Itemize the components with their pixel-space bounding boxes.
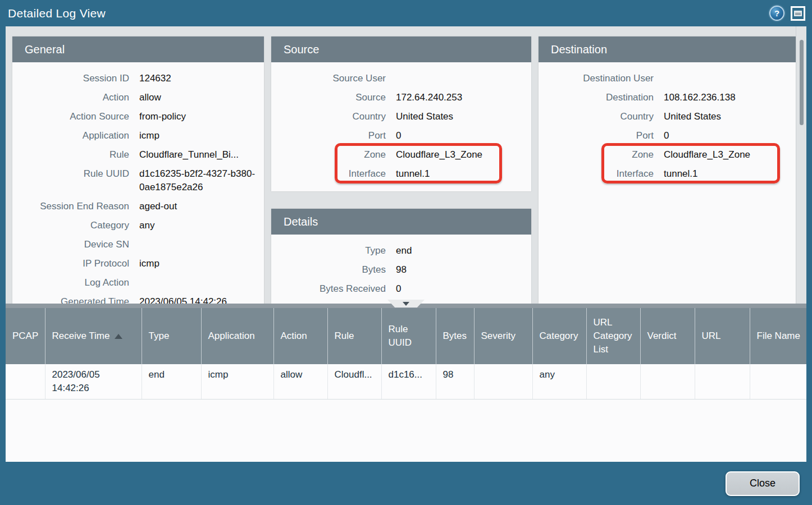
field-label: Bytes	[271, 263, 386, 277]
field-value: 0	[396, 129, 531, 143]
field-row-type: Typeend	[271, 241, 531, 260]
column-header-pcap[interactable]: PCAP	[6, 308, 45, 364]
details-fields: TypeendBytes98Bytes Received0	[271, 235, 531, 299]
dialog-footer: Close	[0, 462, 812, 505]
field-value	[139, 238, 264, 251]
field-label: Port	[539, 129, 654, 143]
log-table: PCAPReceive TimeTypeApplicationActionRul…	[6, 308, 806, 400]
field-value: 108.162.236.138	[664, 91, 796, 104]
vertical-scrollbar-track[interactable]	[796, 26, 806, 304]
table-cell-pcap	[6, 364, 45, 400]
field-value: end	[396, 244, 531, 258]
panel-splitter[interactable]	[6, 304, 806, 308]
field-label: Generated Time	[12, 295, 129, 304]
column-header-verdict[interactable]: Verdict	[640, 308, 695, 364]
field-label: Interface	[539, 167, 654, 181]
column-header-receive-time[interactable]: Receive Time	[45, 308, 142, 364]
table-body: 2023/06/05 14:42:26endicmpallowCloudfl..…	[6, 364, 806, 400]
table-cell-application: icmp	[201, 364, 273, 400]
field-row-port: Port0	[539, 126, 796, 145]
field-value: tunnel.1	[396, 167, 531, 181]
restore-inner-rect	[794, 11, 802, 16]
field-label: Action	[12, 91, 129, 104]
field-value: 2023/06/05 14:42:26	[139, 295, 264, 304]
field-label: Session End Reason	[12, 200, 129, 213]
field-value: 0	[664, 129, 796, 143]
source-fields: Source UserSource172.64.240.253CountryUn…	[271, 62, 531, 183]
source-panel: Source Source UserSource172.64.240.253Co…	[271, 36, 531, 191]
destination-panel-header: Destination	[539, 36, 796, 62]
field-value: United States	[396, 110, 531, 123]
field-value: 0	[396, 282, 531, 296]
field-row-action: Actionallow	[12, 88, 264, 107]
column-header-file-name[interactable]: File Name	[750, 308, 806, 364]
restore-window-icon[interactable]	[791, 6, 805, 21]
field-label: Destination User	[539, 72, 654, 85]
field-value: icmp	[139, 257, 264, 270]
column-header-rule[interactable]: Rule	[327, 308, 381, 364]
column-header-label: Type	[149, 330, 170, 341]
field-label: Session ID	[12, 72, 129, 85]
field-row-bytes-received: Bytes Received0	[271, 279, 531, 299]
field-row-session-id: Session ID124632	[12, 69, 264, 88]
detailed-log-view-dialog: Detailed Log View ? General Session ID12…	[0, 0, 812, 505]
field-row-country: CountryUnited States	[539, 107, 796, 126]
column-header-label: PCAP	[12, 330, 38, 341]
column-header-type[interactable]: Type	[142, 308, 201, 364]
field-label: Zone	[539, 148, 654, 162]
field-label: Interface	[271, 167, 386, 181]
column-header-url[interactable]: URL	[695, 308, 750, 364]
table-cell-receive-time: 2023/06/05 14:42:26	[45, 364, 142, 400]
field-label: Category	[12, 219, 129, 232]
table-cell-url-category-list	[586, 364, 640, 400]
table-cell-bytes: 98	[436, 364, 474, 400]
field-label: Destination	[539, 91, 654, 104]
column-header-label: Severity	[481, 330, 516, 341]
field-row-zone: ZoneCloudflare_L3_Zone	[271, 145, 531, 164]
column-header-bytes[interactable]: Bytes	[436, 308, 474, 364]
help-icon[interactable]: ?	[769, 6, 784, 21]
general-panel-header: General	[12, 36, 264, 62]
column-header-category[interactable]: Category	[532, 308, 586, 364]
field-row-port: Port0	[271, 126, 531, 145]
field-label: Log Action	[12, 276, 129, 290]
column-header-label: Rule UUID	[389, 324, 412, 348]
field-value: d1c16235-b2f2-4327-b380-0ae1875e2a26	[139, 167, 264, 194]
field-value: United States	[664, 110, 796, 123]
column-header-url-category-list[interactable]: URL Category List	[586, 308, 640, 364]
field-label: Application	[12, 129, 129, 143]
field-label: Country	[271, 110, 386, 123]
column-header-severity[interactable]: Severity	[474, 308, 532, 364]
field-row-interface: Interfacetunnel.1	[539, 164, 796, 183]
table-row[interactable]: 2023/06/05 14:42:26endicmpallowCloudfl..…	[6, 364, 806, 400]
field-label: Rule UUID	[12, 167, 129, 194]
field-label: Source User	[271, 72, 386, 85]
collapse-handle[interactable]	[387, 300, 425, 307]
table-cell-severity	[474, 364, 532, 400]
vertical-scrollbar-thumb[interactable]	[800, 40, 804, 125]
field-value: any	[139, 219, 264, 232]
field-row-source-user: Source User	[271, 69, 531, 88]
sort-ascending-icon	[115, 334, 122, 339]
table-cell-action: allow	[273, 364, 327, 400]
field-label: Type	[271, 244, 386, 258]
field-label: Country	[539, 110, 654, 123]
field-label: Port	[271, 129, 386, 143]
details-panel: Details TypeendBytes98Bytes Received0	[271, 209, 531, 304]
table-cell-type: end	[142, 364, 201, 400]
field-value: from-policy	[139, 110, 264, 123]
close-button[interactable]: Close	[726, 471, 800, 496]
field-value: tunnel.1	[664, 167, 796, 181]
field-value	[396, 72, 531, 85]
column-header-label: Receive Time	[52, 330, 110, 341]
column-header-action[interactable]: Action	[273, 308, 327, 364]
column-header-rule-uuid[interactable]: Rule UUID	[381, 308, 436, 364]
table-cell-verdict	[640, 364, 695, 400]
table-cell-file-name	[750, 364, 806, 400]
column-header-application[interactable]: Application	[201, 308, 273, 364]
field-row-generated-time: Generated Time2023/06/05 14:42:26	[12, 292, 264, 304]
title-bar: Detailed Log View ?	[0, 0, 812, 26]
column-header-label: Application	[208, 330, 255, 341]
field-label: IP Protocol	[12, 257, 129, 270]
field-value	[139, 276, 264, 290]
